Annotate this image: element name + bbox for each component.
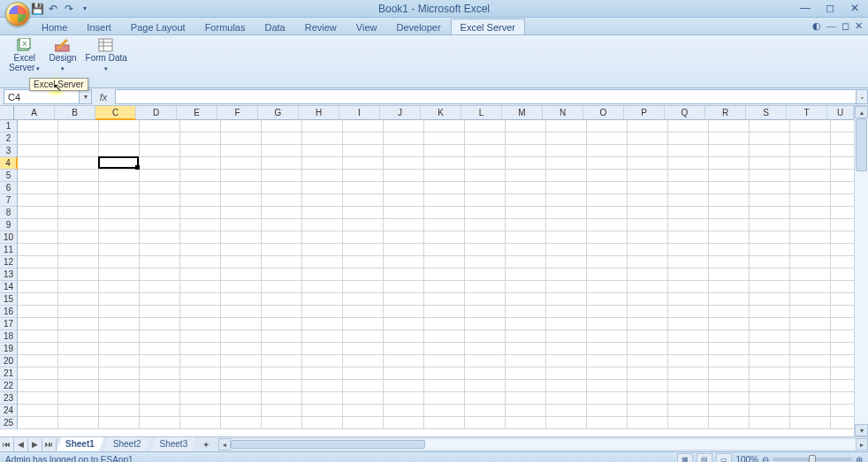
cell[interactable] (790, 269, 831, 281)
cell[interactable] (750, 367, 790, 380)
cell[interactable] (546, 380, 587, 392)
row-header-10[interactable]: 10 (0, 231, 18, 244)
cell[interactable] (262, 244, 302, 256)
cell[interactable] (628, 330, 668, 343)
cell[interactable] (58, 145, 99, 157)
cell[interactable] (546, 306, 587, 318)
cell[interactable] (343, 269, 384, 281)
cell[interactable] (831, 145, 854, 157)
cell[interactable] (790, 380, 831, 392)
cell[interactable] (180, 392, 221, 405)
cell[interactable] (709, 133, 750, 145)
cell[interactable] (180, 244, 221, 256)
cell[interactable] (546, 194, 587, 207)
cell[interactable] (506, 367, 546, 380)
cell[interactable] (58, 281, 99, 293)
cell[interactable] (180, 355, 221, 367)
cell[interactable] (506, 244, 546, 256)
cell[interactable] (18, 231, 58, 244)
cell[interactable] (424, 182, 465, 194)
cell[interactable] (99, 269, 140, 281)
cell[interactable] (750, 405, 790, 417)
cell[interactable] (790, 170, 831, 182)
cell[interactable] (790, 330, 831, 343)
cell[interactable] (58, 306, 99, 318)
cell[interactable] (750, 244, 790, 256)
row-header-6[interactable]: 6 (0, 182, 18, 194)
cell[interactable] (343, 343, 384, 355)
cell[interactable] (343, 182, 384, 194)
cell[interactable] (302, 405, 343, 417)
column-header-L[interactable]: L (461, 106, 502, 120)
cell[interactable] (465, 207, 506, 219)
cell[interactable] (384, 281, 424, 293)
cell[interactable] (424, 281, 465, 293)
cell[interactable] (262, 355, 302, 367)
cell[interactable] (546, 157, 587, 170)
row-header-25[interactable]: 25 (0, 417, 18, 429)
cell[interactable] (628, 417, 668, 429)
cell[interactable] (343, 145, 384, 157)
undo-icon[interactable]: ↶ (46, 2, 60, 16)
column-header-P[interactable]: P (624, 106, 665, 120)
cell[interactable] (180, 343, 221, 355)
cell[interactable] (790, 207, 831, 219)
cell[interactable] (668, 244, 709, 256)
cell[interactable] (628, 355, 668, 367)
cell[interactable] (750, 182, 790, 194)
cell[interactable] (465, 269, 506, 281)
column-header-T[interactable]: T (787, 106, 827, 120)
cell[interactable] (99, 281, 140, 293)
cell[interactable] (465, 417, 506, 429)
column-header-E[interactable]: E (177, 106, 217, 120)
vscroll-thumb[interactable] (856, 118, 867, 171)
row-header-20[interactable]: 20 (0, 355, 18, 367)
column-header-O[interactable]: O (583, 106, 624, 120)
cell[interactable] (668, 120, 709, 133)
cell[interactable] (709, 355, 750, 367)
cell[interactable] (628, 120, 668, 133)
cell[interactable] (343, 170, 384, 182)
column-header-H[interactable]: H (299, 106, 339, 120)
cell[interactable] (302, 120, 343, 133)
cell[interactable] (343, 380, 384, 392)
cell[interactable] (99, 194, 140, 207)
cell[interactable] (221, 170, 262, 182)
cell[interactable] (343, 330, 384, 343)
cell[interactable] (343, 318, 384, 330)
cell[interactable] (546, 145, 587, 157)
cell[interactable] (221, 392, 262, 405)
cell[interactable] (750, 231, 790, 244)
cell[interactable] (465, 355, 506, 367)
row-header-5[interactable]: 5 (0, 170, 18, 182)
cell[interactable] (180, 318, 221, 330)
cell[interactable] (668, 330, 709, 343)
cell[interactable] (790, 157, 831, 170)
cell[interactable] (709, 120, 750, 133)
cell[interactable] (506, 405, 546, 417)
cell[interactable] (99, 392, 140, 405)
cell[interactable] (506, 194, 546, 207)
ribbon-restore-icon[interactable]: ◻ (841, 20, 849, 32)
cell[interactable] (668, 157, 709, 170)
cell[interactable] (790, 306, 831, 318)
cell[interactable] (506, 269, 546, 281)
cell[interactable] (262, 182, 302, 194)
cell[interactable] (587, 318, 628, 330)
cell[interactable] (668, 306, 709, 318)
cell[interactable] (546, 367, 587, 380)
cell[interactable] (140, 417, 180, 429)
cell[interactable] (668, 194, 709, 207)
new-sheet-icon[interactable]: ✦ (197, 440, 215, 450)
cell[interactable] (221, 133, 262, 145)
cell[interactable] (58, 231, 99, 244)
cell[interactable] (790, 355, 831, 367)
scroll-left-icon[interactable]: ◂ (218, 438, 231, 451)
cell[interactable] (384, 405, 424, 417)
cell[interactable] (546, 244, 587, 256)
cell[interactable] (140, 157, 180, 170)
vertical-scrollbar[interactable]: ▴ ▾ (854, 106, 868, 436)
cell[interactable] (546, 170, 587, 182)
cell[interactable] (750, 133, 790, 145)
row-header-22[interactable]: 22 (0, 380, 18, 392)
